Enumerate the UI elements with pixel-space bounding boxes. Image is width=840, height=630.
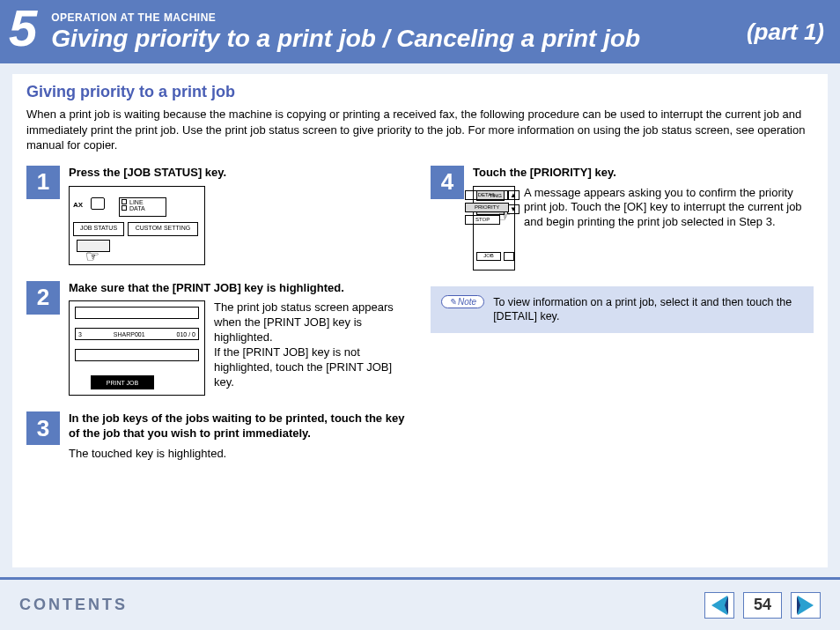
note-text: To view information on a print job, sele… [493,295,803,325]
prev-page-button[interactable] [704,592,734,619]
intro-paragraph: When a print job is waiting because the … [26,107,814,153]
content-area: Giving priority to a print job When a pr… [12,74,828,567]
job-tab: JOB [476,252,501,261]
step-description: The touched key is highlighted. [69,447,409,462]
note-badge: ✎Note [441,295,484,308]
hand-pointer-icon: ☜ [85,247,99,266]
indicator-box: LINE DATA [119,197,166,217]
diagram-print-job-tab: 3 SHARP001 010 / 0 PRINT JOB [69,300,205,396]
job-row-selected: 3 SHARP001 010 / 0 [75,328,199,340]
data-label: DATA [129,205,145,211]
footer-bar: CONTENTS 54 [0,577,840,630]
print-job-tab: PRINT JOB [91,375,154,389]
step-number: 3 [26,411,60,445]
step-description: A message appears asking you to confirm … [524,186,814,231]
step-title: Press the [JOB STATUS] key. [69,166,409,181]
diagram-priority-key: TING TING ▲ ▼ DETAIL PRIORITY STOP ☜ JOB [473,186,515,271]
note-label: Note [458,297,476,307]
step-title: Make sure that the [PRINT JOB] key is hi… [69,281,409,296]
contents-button[interactable]: CONTENTS [19,596,128,614]
step-number: 2 [26,281,60,315]
step-2: 2 Make sure that the [PRINT JOB] key is … [26,281,409,397]
printer-icon [91,197,105,210]
step-number: 1 [26,166,60,199]
step-4: 4 Touch the [PRIORITY] key. TING TING ▲ … [431,166,814,271]
footer-nav: 54 [704,592,821,619]
row-num: 3 [78,331,82,337]
pencil-icon: ✎ [449,297,456,307]
page-header: 5 OPERATION AT THE MACHINE Giving priori… [0,0,840,63]
page-title: Giving priority to a print job / Canceli… [51,26,747,53]
stop-button: STOP [465,215,500,225]
hand-pointer-icon: ☜ [498,208,511,225]
diagram-label-ax: AX [73,201,83,209]
page-number: 54 [743,592,782,619]
note-box: ✎Note To view information on a print job… [431,286,814,334]
next-page-button[interactable] [791,592,821,619]
left-column: 1 Press the [JOB STATUS] key. AX LINE DA… [26,166,409,478]
arrow-right-icon [798,596,814,615]
chapter-label: OPERATION AT THE MACHINE [51,11,747,24]
right-column: 4 Touch the [PRIORITY] key. TING TING ▲ … [431,166,814,478]
tab-spacer [504,252,514,261]
step-3: 3 In the job keys of the jobs waiting to… [26,411,409,462]
row-name: SHARP001 [114,331,145,337]
line-label: LINE [129,199,144,205]
arrow-left-icon [711,596,727,615]
custom-setting-button: CUSTOM SETTING [128,222,198,236]
step-title: In the job keys of the jobs waiting to b… [69,411,409,441]
step-title: Touch the [PRIORITY] key. [473,166,814,181]
job-row-empty [75,307,199,319]
section-heading: Giving priority to a print job [26,83,814,101]
detail-button: DETAIL [465,190,509,200]
step-1: 1 Press the [JOB STATUS] key. AX LINE DA… [26,166,409,265]
columns: 1 Press the [JOB STATUS] key. AX LINE DA… [26,166,814,478]
job-status-button: JOB STATUS [73,222,124,236]
chapter-number: 5 [9,3,37,54]
part-label: (part 1) [747,19,824,46]
step-number: 4 [431,166,464,199]
row-pages: 010 / 0 [177,331,195,337]
job-row-empty [75,349,199,361]
up-arrow-icon: ▲ [507,190,519,200]
header-text-block: OPERATION AT THE MACHINE Giving priority… [51,11,747,53]
step-description: The print job status screen appears when… [214,300,409,389]
diagram-job-status-key: AX LINE DATA JOB STATUS CUSTOM SETTING ☜ [69,186,205,265]
